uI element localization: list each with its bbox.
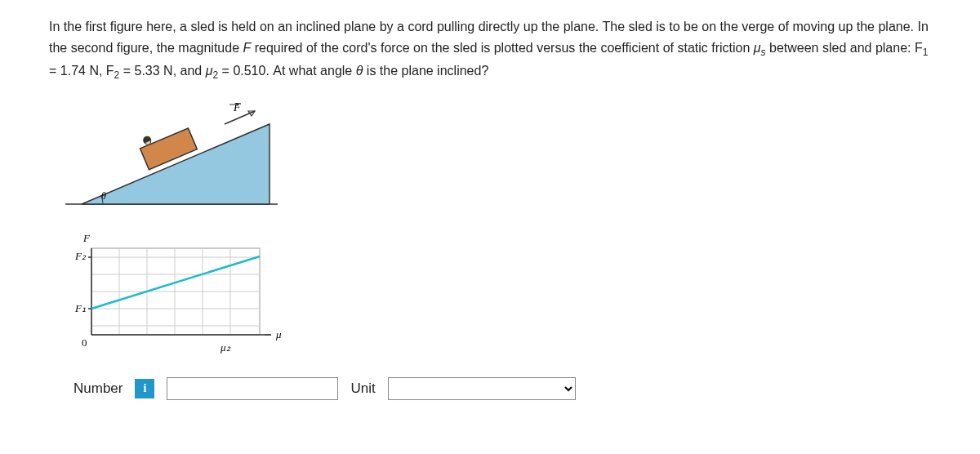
info-icon[interactable]: i (135, 379, 154, 398)
plot-origin: 0 (82, 336, 87, 349)
unit-select[interactable] (388, 377, 576, 400)
incline-diagram: F θ (65, 100, 278, 222)
plot-x-axis-end: μ (275, 328, 282, 340)
f-vs-mu-plot: F F₂ F₁ 0 μ₂ μ (65, 230, 278, 353)
angle-label: θ (101, 190, 106, 202)
plot-tick-f1: F₁ (74, 302, 86, 314)
plot-tick-mu2: μ₂ (220, 341, 231, 354)
answer-row: Number i Unit (74, 377, 931, 400)
unit-label: Unit (350, 381, 375, 397)
plot-tick-f2: F₂ (74, 250, 87, 262)
number-label: Number (74, 381, 122, 397)
svg-line-23 (91, 256, 260, 309)
plot-y-axis-label: F (82, 232, 91, 244)
figures-container: F θ F F₂ F₁ 0 μ₂ μ (65, 100, 931, 353)
problem-statement: In the first figure here, a sled is held… (49, 16, 931, 83)
number-input[interactable] (167, 377, 338, 400)
